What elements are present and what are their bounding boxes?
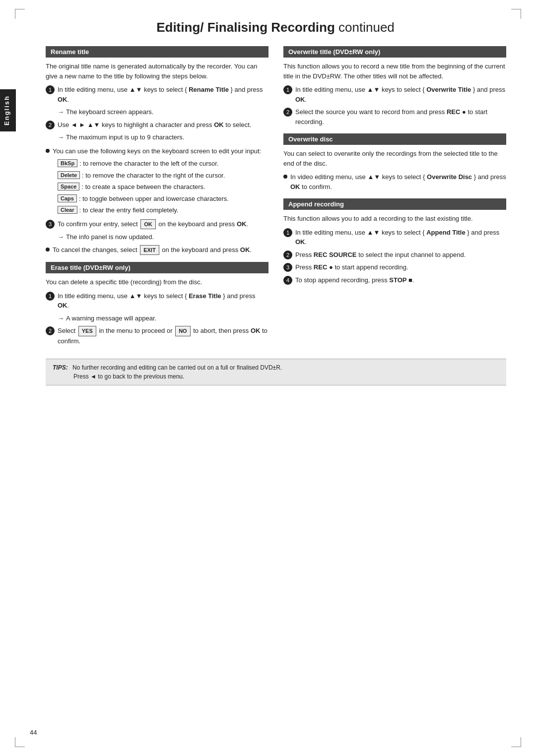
yes-inline-key: YES [78,326,96,336]
append-step-3-text: Press REC ● to start append recording. [295,262,506,272]
exit-inline-key: EXIT [140,245,159,255]
erase-step-2-text: Select YES in the menu to proceed or NO … [58,326,268,346]
bksp-desc: : to remove the character to the left of… [79,159,268,169]
overwrite-disc-intro: You can select to overwrite only the rec… [283,149,506,168]
overwrite-step-1: 1 In title editing menu, use ▲▼ keys to … [283,85,506,104]
overwrite-step-num-2: 2 [283,108,292,117]
bullet-dot-3 [283,175,287,179]
erase-step1-arrow: → A warning message will appear. [58,314,268,323]
step-number-2: 2 [46,121,55,129]
key-row-space: Space : to create a space between the ch… [58,182,268,192]
erase-title-header: Erase title (DVD±RW only) [46,262,268,273]
rename-title-intro: The original title name is generated aut… [46,62,268,81]
append-step-num-2: 2 [283,251,292,259]
erase-step1-arrow-text: A warning message will appear. [66,314,156,323]
append-step-3: 3 Press REC ● to start append recording. [283,262,506,272]
step-2-text: Use ◄ ► ▲▼ keys to highlight a character… [58,120,268,130]
clear-desc: : to clear the entry field completely. [79,205,268,215]
append-recording-intro: This function allows you to add a record… [283,214,506,224]
step-1-text: In title editing menu, use ▲▼ keys to se… [58,85,268,104]
key-row-clear: Clear : to clear the entry field complet… [58,205,268,215]
erase-step-2: 2 Select YES in the menu to proceed or N… [46,326,268,346]
append-step-num-4: 4 [283,276,292,285]
bullet-dot-2 [46,248,50,252]
append-recording-header: Append recording [283,198,506,210]
space-key: Space [58,183,79,190]
append-step-num-1: 1 [283,228,292,237]
overwrite-step-2-text: Select the source you want to record fro… [295,107,506,126]
erase-step-num-1: 1 [46,292,55,301]
rename-title-header: Rename title [46,46,268,58]
no-inline-key: NO [175,326,191,336]
rename-step2-arrow: → The maximum input is up to 9 character… [58,132,268,142]
keys-bullet: You can use the following keys on the ke… [46,146,268,156]
keys-bullet-text: You can use the following keys on the ke… [53,146,261,156]
ok-inline-key: OK [140,219,156,230]
cancel-bullet: To cancel the changes, select EXIT on th… [46,245,268,255]
rename-step-2: 2 Use ◄ ► ▲▼ keys to highlight a charact… [46,120,268,130]
key-row-bksp: BkSp : to remove the character to the le… [58,159,268,169]
step-number-3: 3 [46,220,55,229]
append-step-num-3: 3 [283,263,292,272]
right-column: Overwrite title (DVD±RW only) This funct… [283,46,506,349]
key-table: BkSp : to remove the character to the le… [58,159,268,215]
tips-box: TIPS: No further recording and editing c… [46,359,506,385]
key-row-caps: Caps : to toggle between upper and lower… [58,194,268,204]
overwrite-step-num-1: 1 [283,85,292,94]
tips-label: TIPS: [53,364,68,371]
overwrite-disc-header: Overwrite disc [283,133,506,145]
rename-step1-arrow-text: The keyboard screen appears. [66,107,153,117]
erase-step-num-2: 2 [46,326,55,335]
rename-step3-arrow: → The info panel is now updated. [58,232,268,242]
arrow-symbol: → [58,107,64,117]
overwrite-disc-bullet: In video editing menu, use ▲▼ keys to se… [283,172,506,191]
delete-desc: : to remove the character to the right o… [82,171,268,181]
tips-line2: Press ◄ to go back to the previous menu. [73,373,184,380]
rename-step2-arrow-text: The maximum input is up to 9 characters. [66,132,184,142]
rename-step-3: 3 To confirm your entry, select OK on th… [46,219,268,230]
overwrite-title-intro: This function allows you to record a new… [283,62,506,81]
append-step-1-text: In title editing menu, use ▲▼ keys to se… [295,228,506,247]
overwrite-disc-bullet-text: In video editing menu, use ▲▼ keys to se… [290,172,506,191]
bullet-dot [46,149,50,153]
page-number: 44 [30,729,37,736]
erase-step-1-text: In title editing menu, use ▲▼ keys to se… [58,291,268,311]
clear-key: Clear [58,206,77,214]
overwrite-step-1-text: In title editing menu, use ▲▼ keys to se… [295,85,506,104]
step-3-text: To confirm your entry, select OK on the … [58,219,268,230]
append-step-4: 4 To stop append recording, press STOP ■… [283,275,506,285]
caps-key: Caps [58,194,77,202]
tips-line1: No further recording and editing can be … [72,364,282,371]
erase-title-intro: You can delete a specific title (recordi… [46,277,268,287]
rename-step-1: 1 In title editing menu, use ▲▼ keys to … [46,85,268,104]
space-desc: : to create a space between the characte… [81,182,268,192]
step-number-1: 1 [46,85,55,94]
append-step-2-text: Press REC SOURCE to select the input cha… [295,250,506,260]
append-step-1: 1 In title editing menu, use ▲▼ keys to … [283,228,506,247]
overwrite-step-2: 2 Select the source you want to record f… [283,107,506,126]
arrow-symbol-3: → [58,232,64,242]
erase-step-1: 1 In title editing menu, use ▲▼ keys to … [46,291,268,311]
delete-key: Delete [58,171,80,179]
caps-desc: : to toggle between upper and lowercase … [79,194,268,204]
page-title: Editing/ Finalising Recording continued [45,20,506,35]
arrow-symbol-2: → [58,132,64,142]
arrow-symbol-4: → [58,314,64,323]
overwrite-title-header: Overwrite title (DVD±RW only) [283,46,506,58]
rename-step1-arrow: → The keyboard screen appears. [58,107,268,117]
cancel-text: To cancel the changes, select EXIT on th… [53,245,252,255]
append-step-4-text: To stop append recording, press STOP ■. [295,275,506,285]
bksp-key: BkSp [58,159,77,167]
key-row-delete: Delete : to remove the character to the … [58,171,268,181]
append-step-2: 2 Press REC SOURCE to select the input c… [283,250,506,260]
left-column: Rename title The original title name is … [46,46,268,349]
rename-step3-arrow-text: The info panel is now updated. [66,232,154,242]
